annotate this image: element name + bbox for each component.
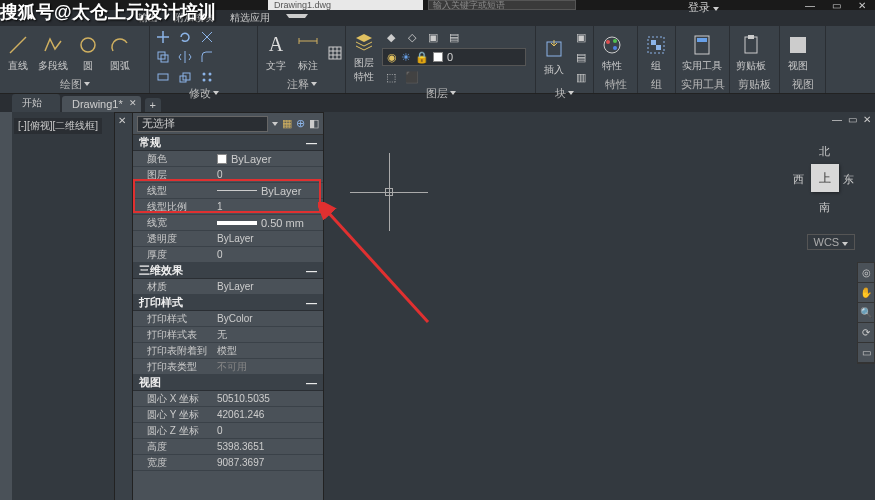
stretch-icon[interactable] (154, 68, 172, 86)
polyline-button[interactable]: 多段线 (36, 31, 70, 75)
select-icon[interactable]: ◧ (309, 117, 319, 130)
line-icon (6, 33, 30, 57)
section-general[interactable]: 常规— (133, 135, 323, 151)
quickselect-icon[interactable]: ▦ (282, 117, 292, 130)
nav-zoom-icon[interactable]: 🔍 (858, 303, 874, 323)
prop-value-center-y[interactable]: 42061.246 (213, 407, 323, 422)
panel-label-layers[interactable]: 图层 (350, 86, 531, 100)
prop-key: 线宽 (133, 215, 213, 230)
group-button[interactable]: 组 (642, 31, 670, 75)
layer-tool-icon[interactable]: ◆ (382, 28, 400, 46)
layer-combo[interactable]: ◉ ☀ 🔒 0 (382, 48, 526, 66)
tab-add-button[interactable]: + (145, 98, 161, 112)
panel-label-block[interactable]: 块 (540, 86, 589, 100)
svg-rect-22 (745, 37, 757, 53)
block-tool-icon[interactable]: ▣ (572, 28, 590, 46)
dimension-button[interactable]: 标注 (294, 31, 322, 75)
login-button[interactable]: 登录 (688, 0, 719, 15)
prop-value-color[interactable]: ByLayer (213, 151, 323, 166)
section-3d-effect[interactable]: 三维效果— (133, 263, 323, 279)
viewcube-north[interactable]: 北 (819, 144, 830, 159)
rotate-icon[interactable] (176, 28, 194, 46)
prop-value-material[interactable]: ByLayer (213, 279, 323, 294)
table-icon[interactable] (326, 44, 344, 62)
prop-value-center-x[interactable]: 50510.5035 (213, 391, 323, 406)
layer-tool-icon[interactable]: ▤ (445, 28, 463, 46)
section-view[interactable]: 视图— (133, 375, 323, 391)
panel-close-icon[interactable]: ✕ (118, 115, 126, 126)
fillet-icon[interactable] (198, 48, 216, 66)
nav-wheel-icon[interactable]: ◎ (858, 263, 874, 283)
layer-tool-icon[interactable]: ⬛ (403, 68, 421, 86)
viewport-label[interactable]: [-][俯视][二维线框] (14, 118, 102, 134)
maximize-button[interactable]: ▭ (823, 0, 849, 10)
trim-icon[interactable] (198, 28, 216, 46)
group-icon (644, 33, 668, 57)
prop-value-plotattached[interactable]: 模型 (213, 343, 323, 358)
doc-minimize-icon[interactable]: — (832, 114, 842, 125)
arc-button[interactable]: 圆弧 (106, 31, 134, 75)
layer-tool-icon[interactable]: ◇ (403, 28, 421, 46)
mirror-icon[interactable] (176, 48, 194, 66)
utilities-button[interactable]: 实用工具 (680, 31, 724, 75)
prop-value-linetype[interactable]: ByLayer (213, 183, 323, 198)
drawing-area[interactable]: [-][俯视][二维线框] — ▭ ✕ 北 南 西 东 上 WCS ◎ ✋ 🔍 … (0, 112, 875, 500)
prop-key: 厚度 (133, 247, 213, 262)
block-tool-icon[interactable]: ▥ (572, 68, 590, 86)
nav-tool-icon[interactable]: ▭ (858, 343, 874, 363)
line-button[interactable]: 直线 (4, 31, 32, 75)
insert-button[interactable]: 插入 (540, 35, 568, 79)
properties-button[interactable]: 特性 (598, 31, 626, 75)
wcs-label[interactable]: WCS (807, 234, 855, 250)
dropdown-icon[interactable] (272, 122, 278, 126)
layer-properties-button[interactable]: 图层 特性 (350, 28, 378, 86)
prop-value-layer[interactable]: 0 (213, 167, 323, 182)
copy-icon[interactable] (154, 48, 172, 66)
nav-pan-icon[interactable]: ✋ (858, 283, 874, 303)
prop-value-ltscale[interactable]: 1 (213, 199, 323, 214)
view-button[interactable]: 视图 (784, 31, 812, 75)
circle-button[interactable]: 圆 (74, 31, 102, 75)
ribbon-tab-dropdown[interactable] (278, 10, 316, 26)
layer-tool-icon[interactable]: ▣ (424, 28, 442, 46)
prop-value-plottable[interactable]: 无 (213, 327, 323, 342)
tab-close-icon[interactable]: ✕ (129, 98, 137, 108)
prop-value-height[interactable]: 5398.3651 (213, 439, 323, 454)
viewcube-west[interactable]: 西 (793, 172, 804, 187)
nav-orbit-icon[interactable]: ⟳ (858, 323, 874, 343)
move-icon[interactable] (154, 28, 172, 46)
clipboard-button[interactable]: 剪贴板 (734, 31, 768, 75)
view-cube[interactable]: 北 南 西 东 上 (791, 142, 857, 222)
prop-value-center-z[interactable]: 0 (213, 423, 323, 438)
layer-tool-icon[interactable]: ⬚ (382, 68, 400, 86)
viewcube-east[interactable]: 东 (843, 172, 854, 187)
array-icon[interactable] (198, 68, 216, 86)
section-plot-style[interactable]: 打印样式— (133, 295, 323, 311)
prop-key: 透明度 (133, 231, 213, 246)
doc-close-icon[interactable]: ✕ (863, 114, 871, 125)
text-button[interactable]: A文字 (262, 31, 290, 75)
panel-title-strip[interactable]: ✕ (115, 113, 133, 500)
block-tool-icon[interactable]: ▤ (572, 48, 590, 66)
minimize-button[interactable]: — (797, 0, 823, 10)
panel-label-annotation[interactable]: 注释 (262, 77, 341, 91)
prop-value-thickness[interactable]: 0 (213, 247, 323, 262)
search-input[interactable]: 输入关键字或短语 (428, 0, 576, 10)
close-button[interactable]: ✕ (849, 0, 875, 10)
circle-icon (76, 33, 100, 57)
tab-document[interactable]: Drawing1*✕ (62, 96, 141, 112)
ribbon-tab[interactable]: 精选应用 (222, 10, 278, 26)
viewcube-top[interactable]: 上 (811, 164, 839, 192)
scale-icon[interactable] (176, 68, 194, 86)
selection-combo[interactable]: 无选择 (137, 116, 268, 132)
prop-value-lineweight[interactable]: 0.50 mm (213, 215, 323, 230)
prop-value-transparency[interactable]: ByLayer (213, 231, 323, 246)
panel-label-draw[interactable]: 绘图 (4, 77, 145, 91)
pickadd-icon[interactable]: ⊕ (296, 117, 305, 130)
doc-maximize-icon[interactable]: ▭ (848, 114, 857, 125)
prop-value-plotstyle[interactable]: ByColor (213, 311, 323, 326)
viewcube-south[interactable]: 南 (819, 200, 830, 215)
panel-label-modify[interactable]: 修改 (154, 86, 253, 100)
prop-value-width[interactable]: 9087.3697 (213, 455, 323, 470)
tab-start[interactable]: 开始 (12, 94, 60, 112)
